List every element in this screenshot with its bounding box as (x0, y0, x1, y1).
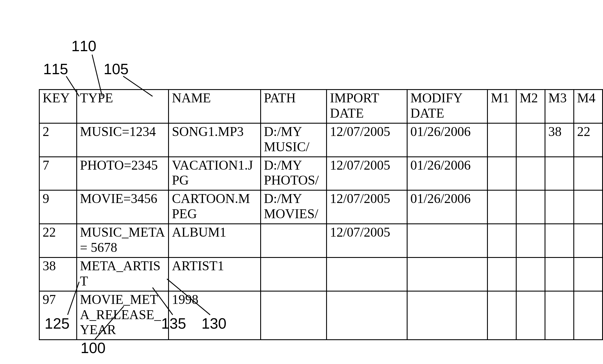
cell-m4 (574, 257, 602, 291)
cell-modify-date (407, 291, 488, 340)
cell-key: 38 (39, 257, 77, 291)
col-m1: M1 (488, 90, 516, 123)
cell-m3 (545, 291, 574, 340)
cell-m3: 38 (545, 123, 574, 157)
cell-key: 97 (39, 291, 77, 340)
cell-m1 (488, 257, 516, 291)
table-row: 2 MUSIC=1234 SONG1.MP3 D:/MY MUSIC/ 12/0… (39, 123, 603, 157)
cell-m2 (516, 157, 545, 190)
cell-m2 (516, 224, 545, 258)
cell-name: VACATION1.JPG (169, 157, 260, 190)
table-row: 38 META_ARTIST ARTIST1 (39, 257, 603, 291)
cell-type: MOVIE=3456 (77, 190, 168, 224)
cell-key: 22 (39, 224, 77, 258)
cell-path (260, 291, 327, 340)
cell-type: META_ARTIST (77, 257, 168, 291)
data-table: KEY TYPE NAME PATH IMPORT DATE MODIFY DA… (39, 89, 603, 340)
cell-type: PHOTO=2345 (77, 157, 168, 190)
cell-m1 (488, 157, 516, 190)
cell-m1 (488, 224, 516, 258)
cell-m2 (516, 123, 545, 157)
col-name: NAME (169, 90, 260, 123)
col-path: PATH (260, 90, 327, 123)
callout-100: 100 (81, 339, 106, 357)
cell-m2 (516, 190, 545, 224)
cell-path: D:/MY MOVIES/ (260, 190, 327, 224)
col-m2: M2 (516, 90, 545, 123)
cell-m4 (574, 157, 602, 190)
cell-m1 (488, 291, 516, 340)
cell-modify-date: 01/26/2006 (407, 157, 488, 190)
cell-key: 7 (39, 157, 77, 190)
cell-name: 1998 (169, 291, 260, 340)
cell-import-date: 12/07/2005 (327, 190, 407, 224)
cell-import-date (327, 257, 407, 291)
cell-key: 9 (39, 190, 77, 224)
cell-modify-date: 01/26/2006 (407, 190, 488, 224)
table-row: 7 PHOTO=2345 VACATION1.JPG D:/MY PHOTOS/… (39, 157, 603, 190)
cell-modify-date: 01/26/2006 (407, 123, 488, 157)
cell-path: D:/MY PHOTOS/ (260, 157, 327, 190)
cell-name: ALBUM1 (169, 224, 260, 258)
cell-import-date: 12/07/2005 (327, 224, 407, 258)
col-modify-date: MODIFY DATE (407, 90, 488, 123)
cell-type: MUSIC_META = 5678 (77, 224, 168, 258)
col-m4: M4 (574, 90, 602, 123)
cell-import-date (327, 291, 407, 340)
table-body: 2 MUSIC=1234 SONG1.MP3 D:/MY MUSIC/ 12/0… (39, 123, 603, 340)
col-import-date: IMPORT DATE (327, 90, 407, 123)
cell-m4 (574, 224, 602, 258)
callout-105: 105 (104, 60, 129, 78)
cell-m3 (545, 190, 574, 224)
cell-path (260, 257, 327, 291)
cell-type: MUSIC=1234 (77, 123, 168, 157)
cell-m3 (545, 157, 574, 190)
cell-modify-date (407, 224, 488, 258)
cell-m2 (516, 291, 545, 340)
figure-canvas: 110 115 105 125 100 135 130 (0, 0, 603, 364)
cell-m3 (545, 257, 574, 291)
table-header-row: KEY TYPE NAME PATH IMPORT DATE MODIFY DA… (39, 90, 603, 123)
cell-path (260, 224, 327, 258)
cell-modify-date (407, 257, 488, 291)
cell-m1 (488, 190, 516, 224)
col-key: KEY (39, 90, 77, 123)
cell-import-date: 12/07/2005 (327, 157, 407, 190)
cell-m4 (574, 291, 602, 340)
col-m3: M3 (545, 90, 574, 123)
table-row: 97 MOVIE_META_RELEASE_YEAR 1998 (39, 291, 603, 340)
table-row: 9 MOVIE=3456 CARTOON.MPEG D:/MY MOVIES/ … (39, 190, 603, 224)
cell-name: ARTIST1 (169, 257, 260, 291)
cell-import-date: 12/07/2005 (327, 123, 407, 157)
cell-path: D:/MY MUSIC/ (260, 123, 327, 157)
callout-110: 110 (71, 37, 96, 55)
col-type: TYPE (77, 90, 168, 123)
cell-type: MOVIE_META_RELEASE_YEAR (77, 291, 168, 340)
cell-m2 (516, 257, 545, 291)
cell-name: SONG1.MP3 (169, 123, 260, 157)
cell-m4 (574, 190, 602, 224)
cell-key: 2 (39, 123, 77, 157)
cell-m3 (545, 224, 574, 258)
cell-m1 (488, 123, 516, 157)
callout-115: 115 (43, 60, 68, 78)
table-row: 22 MUSIC_META = 5678 ALBUM1 12/07/2005 (39, 224, 603, 258)
cell-m4: 22 (574, 123, 602, 157)
cell-name: CARTOON.MPEG (169, 190, 260, 224)
